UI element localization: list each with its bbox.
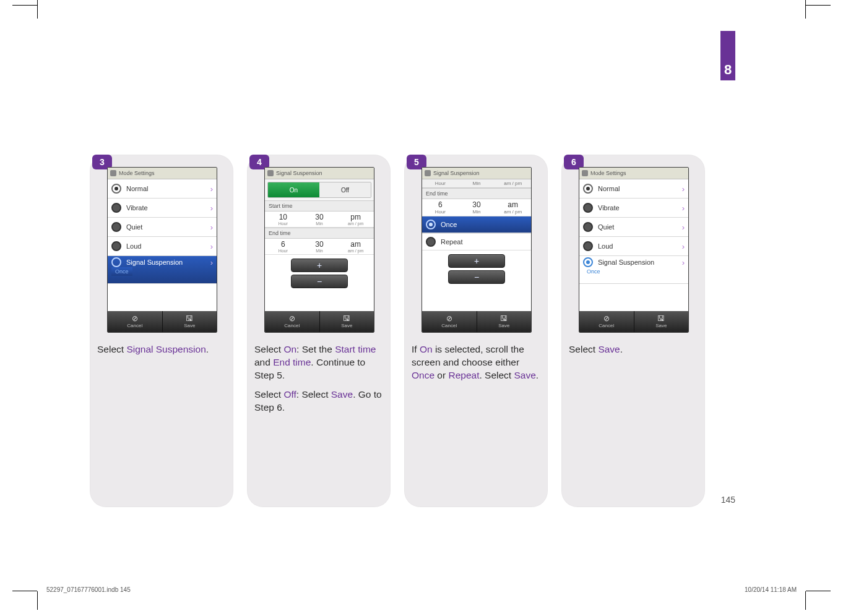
- end-time-row: 6Hour 30Min amam / pm: [265, 239, 374, 255]
- spacer: [265, 292, 374, 311]
- page-number: 145: [721, 495, 735, 505]
- save-button[interactable]: 🖫 Save: [162, 311, 217, 332]
- start-time-label: Start time: [265, 200, 374, 212]
- suspension-icon: [425, 170, 431, 176]
- chevron-right-icon: ›: [210, 184, 213, 194]
- save-icon: 🖫: [343, 315, 350, 322]
- cancel-label: Cancel: [441, 323, 457, 328]
- stepper-plus[interactable]: +: [291, 259, 348, 272]
- mode-row-loud[interactable]: Loud ›: [579, 237, 688, 256]
- mode-label: Loud: [598, 242, 613, 250]
- cancel-button[interactable]: ⊘ Cancel: [579, 311, 634, 332]
- mode-label: Normal: [126, 185, 148, 192]
- caption-text: .: [536, 370, 538, 380]
- end-ampm[interactable]: amam / pm: [495, 199, 531, 216]
- cancel-button[interactable]: ⊘ Cancel: [265, 311, 319, 332]
- mode-row-vibrate[interactable]: Vibrate ›: [108, 199, 217, 218]
- mode-row-quiet[interactable]: Quiet ›: [108, 218, 217, 237]
- radio-icon: [111, 222, 121, 232]
- screenshot-footer: ⊘ Cancel 🖫 Save: [579, 311, 688, 332]
- option-repeat[interactable]: Repeat: [422, 233, 531, 250]
- start-ampm[interactable]: pmam / pm: [337, 212, 374, 227]
- mode-label: Signal Suspension: [598, 259, 654, 266]
- start-hour[interactable]: 10Hour: [265, 212, 301, 227]
- screenshot-mode-settings: Mode Settings Normal › Vibrate › Quiet ›: [107, 167, 217, 333]
- mode-label: Loud: [126, 242, 141, 250]
- screenshot-header: Mode Settings: [579, 168, 688, 179]
- on-off-toggle[interactable]: On Off: [267, 182, 371, 198]
- end-ampm[interactable]: amam / pm: [337, 239, 374, 254]
- toggle-on[interactable]: On: [268, 182, 319, 197]
- mode-label: Vibrate: [126, 204, 148, 212]
- option-label: Repeat: [441, 238, 462, 246]
- mode-row-vibrate[interactable]: Vibrate ›: [579, 199, 688, 218]
- screenshot-header: Signal Suspension: [422, 168, 531, 179]
- cancel-icon: ⊘: [603, 315, 610, 322]
- screenshot-header: Signal Suspension: [265, 168, 374, 179]
- caption-accent: On: [420, 344, 433, 354]
- caption-text: Select: [254, 389, 283, 400]
- caption-text: If: [412, 344, 420, 354]
- toggle-off[interactable]: Off: [319, 182, 371, 197]
- stepper-plus[interactable]: +: [448, 254, 505, 268]
- mode-row-normal[interactable]: Normal ›: [108, 179, 217, 199]
- save-button[interactable]: 🖫 Save: [477, 311, 532, 332]
- mode-row-signal-suspension[interactable]: Signal Suspension › Once: [579, 256, 688, 284]
- save-label: Save: [184, 323, 195, 328]
- option-label: Once: [441, 221, 457, 228]
- crop-mark: [37, 0, 38, 19]
- step-card-5: 5 Signal Suspension Hour Min am / pm End…: [404, 155, 548, 507]
- chevron-right-icon: ›: [682, 203, 685, 213]
- stepper-minus[interactable]: −: [291, 275, 348, 288]
- mode-row-loud[interactable]: Loud ›: [108, 237, 217, 256]
- chapter-tab: 8: [720, 31, 735, 80]
- mode-row-signal-suspension[interactable]: Signal Suspension › Once: [108, 256, 217, 284]
- column-headers: Hour Min am / pm: [422, 179, 531, 188]
- header-title: Signal Suspension: [433, 170, 480, 176]
- caption-accent: On: [283, 344, 296, 354]
- mode-row-quiet[interactable]: Quiet ›: [579, 218, 688, 237]
- crop-mark: [805, 0, 806, 19]
- end-min[interactable]: 30Min: [301, 239, 338, 254]
- stepper-controls: + −: [422, 250, 531, 288]
- radio-icon: [111, 257, 121, 267]
- mode-label: Quiet: [126, 223, 142, 231]
- step-caption: Select On: Set the Start time and End ti…: [254, 343, 383, 421]
- save-button[interactable]: 🖫 Save: [634, 311, 689, 332]
- caption-text: : Set the: [296, 344, 335, 354]
- end-time-label: End time: [422, 188, 531, 199]
- radio-icon: [583, 257, 593, 267]
- print-footer: 52297_07167776001.indb 145 10/20/14 11:1…: [46, 586, 797, 593]
- chapter-number: 8: [724, 62, 732, 78]
- screenshot-mode-settings: Mode Settings Normal › Vibrate › Quiet ›: [579, 167, 689, 333]
- col-min: Min: [459, 179, 495, 187]
- cancel-button[interactable]: ⊘ Cancel: [422, 311, 477, 332]
- start-min[interactable]: 30Min: [301, 212, 338, 227]
- step-card-4: 4 Signal Suspension On Off Start time 10…: [247, 155, 391, 507]
- end-time-row: 6Hour 30Min amam / pm: [422, 199, 531, 216]
- option-once[interactable]: Once: [422, 216, 531, 233]
- stepper-minus[interactable]: −: [448, 270, 505, 284]
- footer-datetime: 10/20/14 11:18 AM: [745, 586, 797, 593]
- caption-accent: Once: [412, 370, 434, 380]
- mode-sub: Once: [583, 267, 604, 276]
- start-time-row: 10Hour 30Min pmam / pm: [265, 212, 374, 228]
- radio-icon: [583, 222, 593, 232]
- crop-mark: [805, 591, 806, 610]
- caption-text: or: [434, 370, 448, 380]
- chevron-right-icon: ›: [682, 184, 685, 194]
- caption-accent: Off: [283, 389, 296, 400]
- step-caption: Select Save.: [569, 343, 698, 362]
- step-caption: Select Signal Suspension.: [97, 343, 226, 362]
- cancel-button[interactable]: ⊘ Cancel: [108, 311, 162, 332]
- mode-list: Normal › Vibrate › Quiet › Loud ›: [579, 179, 688, 284]
- save-button[interactable]: 🖫 Save: [319, 311, 374, 332]
- caption-accent: Save: [331, 389, 353, 400]
- end-min[interactable]: 30Min: [459, 199, 495, 216]
- spacer: [579, 284, 688, 311]
- end-hour[interactable]: 6Hour: [422, 199, 459, 216]
- end-hour[interactable]: 6Hour: [265, 239, 301, 254]
- screenshot-header: Mode Settings: [108, 168, 217, 179]
- caption-accent: Signal Suspension: [126, 344, 205, 354]
- mode-row-normal[interactable]: Normal ›: [579, 179, 688, 199]
